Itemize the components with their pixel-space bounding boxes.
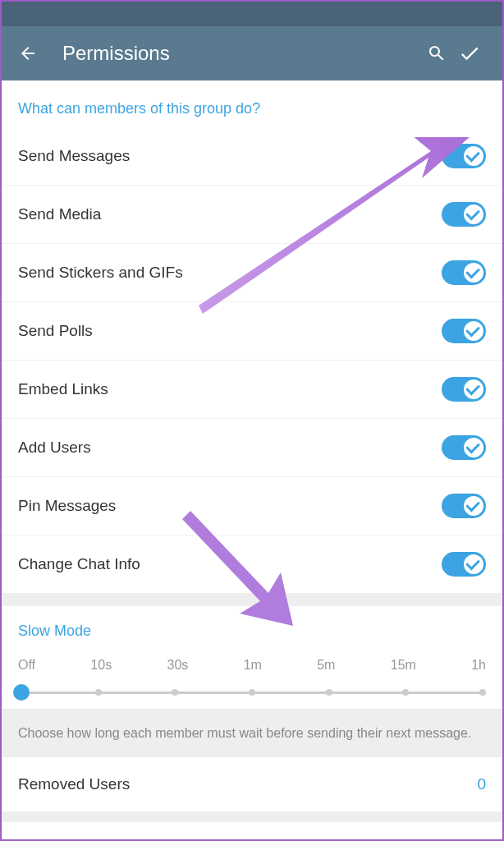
section-header: What can members of this group do? xyxy=(2,80,502,127)
permission-list: Send MessagesSend MediaSend Stickers and… xyxy=(2,127,502,593)
removed-users-count: 0 xyxy=(477,775,486,793)
slider-label: Off xyxy=(18,658,35,673)
status-bar xyxy=(2,2,502,26)
toggle-knob xyxy=(462,553,485,576)
slow-mode-help: Choose how long each member must wait be… xyxy=(2,709,502,757)
slow-mode-labels: Off10s30s1m5m15m1h xyxy=(18,658,486,673)
permission-toggle[interactable] xyxy=(442,144,486,168)
slider-label: 5m xyxy=(317,658,335,673)
permission-row: Pin Messages xyxy=(2,477,502,535)
check-icon xyxy=(465,323,480,338)
slow-mode-title: Slow Mode xyxy=(18,623,486,640)
permission-toggle[interactable] xyxy=(442,202,486,227)
permission-toggle[interactable] xyxy=(442,377,486,402)
slider-tick xyxy=(479,689,486,696)
permission-row: Change Chat Info xyxy=(2,535,502,593)
permission-toggle[interactable] xyxy=(442,319,486,343)
permission-toggle[interactable] xyxy=(442,435,486,460)
toggle-knob xyxy=(462,378,485,401)
slider-tick xyxy=(402,689,409,696)
removed-users-row[interactable]: Removed Users 0 xyxy=(2,757,502,812)
toggle-knob xyxy=(462,436,485,459)
slider-label: 15m xyxy=(391,658,416,673)
permission-toggle[interactable] xyxy=(442,552,486,577)
check-icon xyxy=(465,498,480,512)
check-icon xyxy=(465,264,480,279)
check-icon xyxy=(465,439,480,454)
check-icon xyxy=(465,206,480,221)
permission-row: Send Messages xyxy=(2,127,502,186)
slider-tick xyxy=(95,689,102,696)
slow-mode-section: Slow Mode Off10s30s1m5m15m1h xyxy=(2,606,502,709)
slider-label: 30s xyxy=(167,658,189,673)
removed-users-label: Removed Users xyxy=(18,775,477,793)
slider-tick xyxy=(326,689,332,696)
slider-label: 10s xyxy=(90,658,112,673)
page-title: Permissions xyxy=(62,42,420,65)
confirm-button[interactable] xyxy=(453,42,486,65)
permission-row: Add Users xyxy=(2,419,502,477)
check-icon xyxy=(465,556,480,571)
back-button[interactable] xyxy=(18,44,38,63)
permission-label: Embed Links xyxy=(18,380,442,398)
permission-label: Send Messages xyxy=(18,147,442,165)
slider-tick xyxy=(172,689,178,696)
permission-label: Pin Messages xyxy=(18,497,442,515)
permission-label: Add Users xyxy=(18,439,442,457)
toggle-knob xyxy=(462,494,485,517)
slider-knob[interactable] xyxy=(13,684,30,701)
toggle-knob xyxy=(462,203,485,226)
permission-toggle[interactable] xyxy=(442,260,486,285)
toggle-knob xyxy=(462,145,485,168)
toggle-knob xyxy=(462,319,485,342)
search-button[interactable] xyxy=(420,44,453,63)
slow-mode-slider[interactable] xyxy=(21,682,483,702)
permission-row: Send Polls xyxy=(2,302,502,361)
toggle-knob xyxy=(462,261,485,284)
check-icon xyxy=(465,148,480,163)
permission-label: Change Chat Info xyxy=(18,555,442,573)
permission-row: Embed Links xyxy=(2,361,502,419)
slider-tick xyxy=(249,689,255,696)
slider-label: 1m xyxy=(244,658,262,673)
check-icon xyxy=(465,381,480,396)
permission-label: Send Stickers and GIFs xyxy=(18,264,442,282)
permission-row: Send Stickers and GIFs xyxy=(2,244,502,302)
permission-toggle[interactable] xyxy=(442,494,486,518)
slider-label: 1h xyxy=(471,658,486,673)
permission-label: Send Polls xyxy=(18,322,442,340)
permission-row: Send Media xyxy=(2,186,502,244)
divider xyxy=(2,812,502,822)
content: What can members of this group do? Send … xyxy=(2,80,502,822)
app-bar: Permissions xyxy=(2,26,502,80)
permission-label: Send Media xyxy=(18,205,442,223)
divider xyxy=(2,593,502,606)
